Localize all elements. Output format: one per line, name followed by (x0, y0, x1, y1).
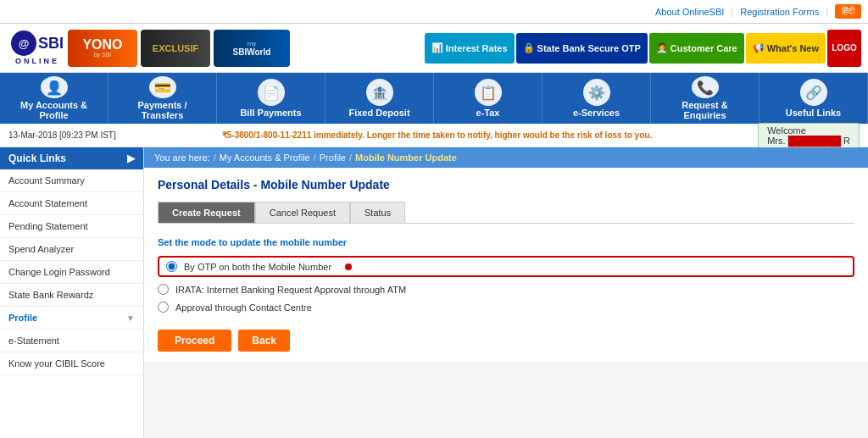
option-group: By OTP on both the Mobile Number IRATA: … (158, 256, 854, 313)
interest-icon: 📊 (431, 42, 443, 53)
sidebar-item-account-statement[interactable]: Account Statement (0, 192, 143, 215)
sidebar-arrow-icon: ▶ (127, 152, 135, 164)
eservices-label: e-Services (573, 108, 620, 118)
logout-label: LOGO (832, 43, 856, 53)
back-button[interactable]: Back (238, 330, 290, 352)
useful-links-label: Useful Links (786, 108, 841, 118)
sidebar-item-pending-statement[interactable]: Pending Statement (0, 215, 143, 238)
sidebar-item-account-summary[interactable]: Account Summary (0, 169, 143, 192)
sbi-logo[interactable]: @ SBI ONLINE (7, 30, 68, 65)
breadcrumb: You are here: / My Accounts & Profile / … (144, 147, 868, 168)
promo-banners: YONO by SBI EXCLUSIF my SBIWorld (68, 30, 425, 67)
proceed-button[interactable]: Proceed (158, 330, 231, 352)
sidebar-item-profile[interactable]: Profile ▼ (0, 307, 143, 330)
exclusif-banner[interactable]: EXCLUSIF (141, 30, 210, 67)
estatement-label: e-Statement (8, 335, 59, 346)
otp-btn[interactable]: 🔒 State Bank Secure OTP (516, 33, 648, 64)
sbiworld-my: my (248, 40, 257, 47)
sidebar-item-estatement[interactable]: e-Statement (0, 330, 143, 352)
tab-status[interactable]: Status (350, 202, 405, 223)
yono-label: YONO (82, 38, 122, 52)
sidebar: Quick Links ▶ Account Summary Account St… (0, 147, 144, 438)
sidebar-item-cibil[interactable]: Know your CIBIL Score (0, 352, 143, 375)
nav-request[interactable]: 📞 Request & Enquiries (651, 73, 760, 124)
sbiworld-name: SBIWorld (233, 47, 271, 57)
option-contact-centre[interactable]: Approval through Contact Centre (158, 302, 854, 313)
option-otp-radio[interactable] (166, 261, 177, 272)
sidebar-header: Quick Links ▶ (0, 147, 143, 169)
yono-banner[interactable]: YONO by SBI (68, 30, 137, 67)
profile-label: Profile (8, 313, 37, 323)
datetime-label: 13-Mar-2018 [09:23 PM IST] (8, 130, 116, 140)
sbiworld-banner[interactable]: my SBIWorld (214, 30, 290, 67)
profile-arrow-icon: ▼ (126, 313, 135, 323)
header: @ SBI ONLINE YONO by SBI EXCLUSIF my SBI… (0, 24, 868, 73)
care-icon: 👩‍💼 (656, 42, 668, 53)
change-password-label: Change Login Password (8, 267, 110, 277)
nav-payments[interactable]: 💳 Payments / Transfers (108, 73, 217, 124)
alert-message: ₹5-3800/1-800-11-2211 immediately. Longe… (222, 130, 652, 140)
yono-sublabel: by SBI (94, 52, 112, 58)
customer-care-btn[interactable]: 👩‍💼 Customer Care (649, 33, 744, 64)
option-irata-radio[interactable] (158, 284, 169, 295)
tab-cancel-request[interactable]: Cancel Request (255, 202, 350, 223)
breadcrumb-profile[interactable]: Profile (320, 152, 346, 163)
interest-rates-btn[interactable]: 📊 Interest Rates (425, 33, 515, 64)
header-nav-icons: 📊 Interest Rates 🔒 State Bank Secure OTP… (425, 30, 861, 67)
red-dot-indicator (345, 263, 352, 270)
nav-etax[interactable]: 📋 e-Tax (434, 73, 542, 124)
accounts-label: My Accounts & Profile (10, 100, 97, 120)
tab-create-request[interactable]: Create Request (158, 202, 255, 223)
logout-button[interactable]: LOGO (827, 30, 861, 67)
action-buttons: Proceed Back (158, 330, 854, 352)
fd-icon: 🏦 (366, 79, 393, 106)
sidebar-item-rewardz[interactable]: State Bank Rewardz (0, 284, 143, 307)
nav-fd[interactable]: 🏦 Fixed Deposit (326, 73, 434, 124)
option-irata-label: IRATA: Internet Banking Request Approval… (175, 285, 406, 295)
nav-bill[interactable]: 📄 Bill Payments (217, 73, 326, 124)
hindi-button[interactable]: हिंदी (835, 4, 861, 19)
option-otp[interactable]: By OTP on both the Mobile Number (158, 256, 854, 277)
fd-label: Fixed Deposit (348, 108, 409, 118)
whats-new-label: What's New (767, 43, 819, 53)
page-content-area: Personal Details - Mobile Number Update … (144, 168, 868, 362)
alert-bar: 13-Mar-2018 [09:23 PM IST] ₹5-3800/1-800… (0, 124, 868, 147)
content-wrapper: Quick Links ▶ Account Summary Account St… (0, 147, 868, 438)
sbi-text: SBI (38, 35, 64, 53)
nav-my-accounts[interactable]: 👤 My Accounts & Profile (0, 73, 108, 124)
about-link[interactable]: About OnlineSBI (655, 7, 724, 17)
nav-useful-links[interactable]: 🔗 Useful Links (760, 73, 868, 124)
exclusif-label: EXCLUSIF (153, 43, 198, 53)
account-summary-label: Account Summary (8, 175, 85, 186)
payments-icon: 💳 (149, 76, 176, 98)
cibil-label: Know your CIBIL Score (8, 358, 105, 369)
option-contact-label: Approval through Contact Centre (175, 302, 312, 313)
nav-eservices[interactable]: ⚙️ e-Services (542, 73, 651, 124)
online-text: ONLINE (15, 57, 59, 65)
page-title: Personal Details - Mobile Number Update (158, 178, 854, 191)
welcome-name: Mrs. ████████ R (767, 136, 850, 146)
whats-new-icon: 📢 (753, 42, 765, 53)
care-label: Customer Care (670, 43, 737, 53)
account-statement-label: Account Statement (8, 198, 87, 208)
whats-new-btn[interactable]: 📢 What's New (746, 33, 826, 64)
welcome-label: Welcome (767, 125, 806, 136)
otp-icon: 🔒 (523, 42, 535, 53)
top-bar: About OnlineSBI | Registration Forms | ह… (0, 0, 868, 24)
breadcrumb-current: Mobile Number Update (355, 152, 457, 163)
option-irata[interactable]: IRATA: Internet Banking Request Approval… (158, 284, 854, 295)
request-label: Request & Enquiries (661, 100, 748, 120)
top-bar-right: About OnlineSBI | Registration Forms | ह… (655, 4, 861, 19)
rewardz-label: State Bank Rewardz (8, 290, 93, 300)
sidebar-item-change-password[interactable]: Change Login Password (0, 261, 143, 284)
accounts-icon: 👤 (41, 76, 68, 98)
registration-link[interactable]: Registration Forms (740, 7, 819, 17)
etax-label: e-Tax (476, 108, 500, 118)
quick-links-label: Quick Links (8, 152, 66, 164)
request-icon: 📞 (692, 76, 719, 98)
sidebar-item-spend-analyzer[interactable]: Spend Analyzer (0, 238, 143, 261)
etax-icon: 📋 (475, 79, 502, 106)
option-contact-radio[interactable] (158, 302, 169, 313)
breadcrumb-accounts[interactable]: My Accounts & Profile (220, 152, 310, 163)
bill-label: Bill Payments (240, 108, 301, 118)
